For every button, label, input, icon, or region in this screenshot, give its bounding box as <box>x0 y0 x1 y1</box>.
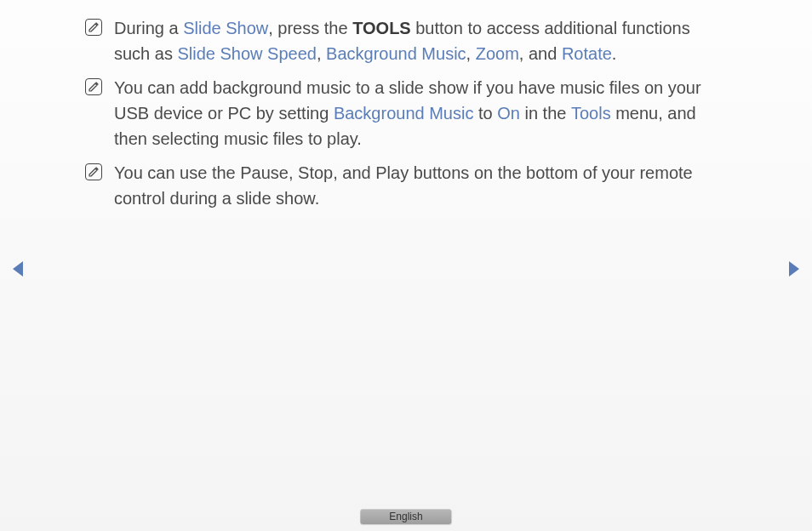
note-text: You can use the Pause, Stop, and Play bu… <box>114 160 727 211</box>
link-background-music[interactable]: Background Music <box>326 44 466 63</box>
link-slide-show-speed[interactable]: Slide Show Speed <box>177 44 316 63</box>
pencil-note-icon <box>85 78 102 95</box>
note-text: You can add background music to a slide … <box>114 75 727 151</box>
language-button[interactable]: English <box>360 509 451 524</box>
next-page-arrow[interactable] <box>786 260 802 282</box>
note-item: During a Slide Show, press the TOOLS but… <box>85 15 727 66</box>
link-slide-show[interactable]: Slide Show <box>183 19 268 37</box>
text-segment: During a <box>114 19 183 37</box>
text-segment: . <box>612 44 617 63</box>
text-segment: You can use the Pause, Stop, and Play bu… <box>114 163 693 208</box>
text-segment: , and <box>519 44 562 63</box>
text-segment: , press the <box>268 19 352 37</box>
link-background-music[interactable]: Background Music <box>334 104 474 123</box>
text-segment: , <box>317 44 326 63</box>
link-tools[interactable]: Tools <box>571 104 611 123</box>
text-segment: in the <box>520 104 571 123</box>
note-item: You can add background music to a slide … <box>85 75 727 151</box>
link-zoom[interactable]: Zoom <box>476 44 519 63</box>
note-item: You can use the Pause, Stop, and Play bu… <box>85 160 727 211</box>
note-text: During a Slide Show, press the TOOLS but… <box>114 15 727 66</box>
pencil-note-icon <box>85 163 102 180</box>
content-area: During a Slide Show, press the TOOLS but… <box>0 0 812 211</box>
text-segment: , <box>466 44 476 63</box>
link-on[interactable]: On <box>497 104 520 123</box>
pencil-note-icon <box>85 19 102 36</box>
link-rotate[interactable]: Rotate <box>562 44 612 63</box>
text-segment: to <box>473 104 497 123</box>
prev-page-arrow[interactable] <box>10 260 26 282</box>
bold-tools: TOOLS <box>352 19 411 37</box>
